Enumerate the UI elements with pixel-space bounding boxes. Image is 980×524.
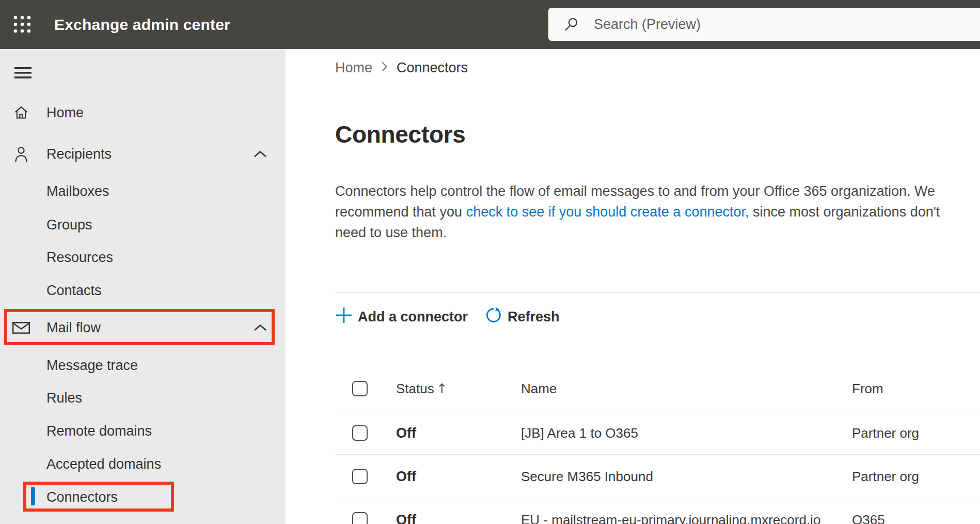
home-icon bbox=[12, 105, 30, 120]
sidebar-item-label: Message trace bbox=[46, 358, 138, 374]
sidebar-item-label: Recipients bbox=[46, 146, 112, 162]
top-app-bar: Exchange admin center bbox=[0, 0, 980, 49]
main-content: Home Connectors Connectors Connectors he… bbox=[286, 49, 980, 524]
cell-from: O365 bbox=[852, 512, 885, 524]
sidebar-item-label: Resources bbox=[46, 250, 113, 266]
sidebar-item-accepted-domains[interactable]: Accepted domains bbox=[0, 450, 286, 478]
select-all-checkbox[interactable] bbox=[352, 381, 368, 396]
breadcrumb-chevron-icon bbox=[381, 60, 388, 76]
sidebar-item-mailboxes[interactable]: Mailboxes bbox=[0, 177, 286, 205]
hamburger-menu-button[interactable] bbox=[12, 66, 33, 81]
sort-ascending-icon: ↑ bbox=[436, 381, 448, 396]
sidebar-item-label: Mailboxes bbox=[46, 183, 109, 199]
table-header-row: Status ↑ Name From bbox=[335, 375, 980, 403]
sidebar-item-remote-domains[interactable]: Remote domains bbox=[0, 417, 286, 445]
sidebar-item-connectors[interactable]: Connectors bbox=[0, 483, 286, 511]
refresh-button[interactable]: Refresh bbox=[485, 306, 560, 328]
cell-name: [JB] Area 1 to O365 bbox=[521, 425, 638, 441]
sidebar-item-rules[interactable]: Rules bbox=[0, 384, 286, 412]
sidebar-item-label: Rules bbox=[46, 390, 82, 406]
sidebar-item-resources[interactable]: Resources bbox=[0, 243, 286, 271]
column-header-from[interactable]: From bbox=[852, 381, 883, 397]
waffle-icon bbox=[13, 27, 31, 35]
cell-from: Partner org bbox=[852, 469, 919, 485]
selected-item-indicator bbox=[31, 487, 35, 505]
cell-status: Off bbox=[396, 425, 416, 441]
add-connector-label: Add a connector bbox=[358, 309, 468, 325]
add-connector-button[interactable]: Add a connector bbox=[335, 306, 468, 328]
sidebar-item-contacts[interactable]: Contacts bbox=[0, 276, 286, 304]
sidebar-item-home[interactable]: Home bbox=[0, 99, 286, 127]
row-checkbox[interactable] bbox=[352, 512, 368, 524]
create-connector-check-link[interactable]: check to see if you should create a conn… bbox=[466, 204, 749, 220]
cell-status: Off bbox=[396, 469, 416, 485]
sidebar-item-label: Groups bbox=[46, 217, 92, 233]
row-checkbox[interactable] bbox=[352, 469, 368, 484]
column-header-status[interactable]: Status bbox=[396, 381, 434, 397]
page-description: Connectors help control the flow of emai… bbox=[335, 181, 962, 243]
sidebar-item-message-trace[interactable]: Message trace bbox=[0, 351, 286, 379]
chevron-up-icon[interactable] bbox=[254, 150, 267, 160]
table-row[interactable]: Off EU - mailstream-eu-primary.journalin… bbox=[335, 498, 980, 524]
search-input[interactable] bbox=[548, 8, 980, 41]
divider bbox=[335, 292, 980, 292]
cell-from: Partner org bbox=[852, 425, 919, 441]
sidebar-item-groups[interactable]: Groups bbox=[0, 211, 286, 239]
breadcrumb-current: Connectors bbox=[397, 60, 468, 76]
sidebar-item-label: Home bbox=[46, 105, 84, 121]
sidebar-item-label: Remote domains bbox=[46, 423, 152, 439]
breadcrumb-home-link[interactable]: Home bbox=[335, 60, 372, 76]
plus-icon bbox=[335, 306, 353, 328]
person-icon bbox=[12, 146, 30, 163]
global-search bbox=[548, 8, 980, 41]
column-header-name[interactable]: Name bbox=[521, 381, 557, 397]
row-checkbox[interactable] bbox=[352, 425, 368, 441]
hamburger-icon bbox=[14, 72, 31, 80]
sidebar-item-mail-flow[interactable]: Mail flow bbox=[0, 314, 286, 342]
table-row[interactable]: Off Secure M365 Inbound Partner org bbox=[335, 454, 980, 498]
refresh-label: Refresh bbox=[508, 309, 560, 325]
sidebar-item-label: Mail flow bbox=[46, 320, 101, 336]
mail-icon bbox=[12, 322, 30, 334]
app-title: Exchange admin center bbox=[54, 0, 230, 49]
table-row[interactable]: Off [JB] Area 1 to O365 Partner org bbox=[335, 411, 980, 455]
sidebar-item-label: Accepted domains bbox=[46, 456, 161, 472]
refresh-icon bbox=[485, 306, 502, 328]
sidebar-item-recipients[interactable]: Recipients bbox=[0, 140, 286, 168]
exchange-admin-center-window: Exchange admin center bbox=[0, 0, 980, 524]
sidebar-item-label: Contacts bbox=[46, 283, 102, 299]
chevron-up-icon[interactable] bbox=[254, 324, 267, 333]
cell-status: Off bbox=[396, 512, 416, 524]
left-navigation: Home Recipients Mailboxes Groups Reso bbox=[0, 49, 286, 524]
app-launcher-button[interactable] bbox=[10, 14, 30, 35]
breadcrumb: Home Connectors bbox=[335, 58, 468, 77]
page-title: Connectors bbox=[335, 120, 466, 148]
cell-name: Secure M365 Inbound bbox=[521, 469, 653, 485]
cell-name: EU - mailstream-eu-primary.journaling.mx… bbox=[521, 512, 820, 524]
command-bar: Add a connector Refresh bbox=[335, 305, 560, 328]
sidebar-item-label: Connectors bbox=[46, 489, 118, 505]
